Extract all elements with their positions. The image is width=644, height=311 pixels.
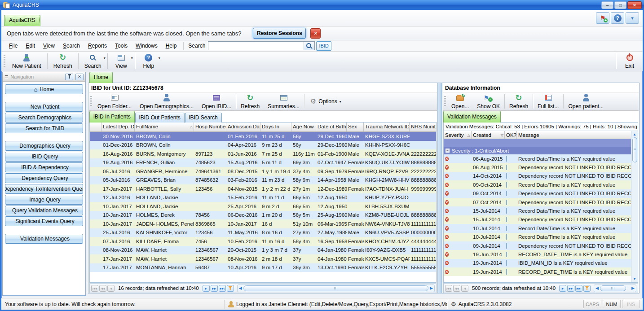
validation-row[interactable]: 19-Jun-2014 RECORD_DATE_TIME is a KEY re… (444, 267, 638, 276)
vertical-scrollbar[interactable]: ▲ ▼ (631, 131, 638, 282)
full-list-button[interactable]: Full list... (534, 92, 563, 110)
nav-button[interactable]: Query Validation Messages (5, 206, 83, 215)
open-patient-button[interactable]: Open patient... (564, 92, 608, 110)
nav-button[interactable]: Image Query (5, 195, 83, 205)
scrollbar-thumb[interactable] (600, 285, 626, 291)
dismiss-notification-button[interactable]: ✕ (310, 28, 321, 39)
table-row[interactable]: 10-Jan-2017 JADEN- HOLMES, Penel 8369865… (90, 219, 436, 228)
validation-row[interactable]: 19-Jun-2014 RECORD_DATE_TIME is a KEY re… (444, 250, 638, 258)
validation-row[interactable]: 14-Oct-2014 Dependency record NOT LINKED… (444, 172, 638, 180)
menu-item[interactable]: Tools (111, 41, 132, 50)
nav-button[interactable]: Demographics Query (5, 141, 83, 151)
help-quick-button[interactable]: ? (611, 12, 624, 24)
nav-button[interactable]: New Patient (5, 102, 83, 112)
ok-checkbox[interactable] (506, 226, 507, 231)
open-button[interactable]: ↻ Open... (447, 92, 473, 110)
maximize-button[interactable]: □ (614, 1, 626, 9)
toolbar-grip[interactable] (4, 55, 5, 67)
table-row[interactable]: 30-Nov-2016 BROWN, Colin 01-Feb-2016 11 … (90, 132, 436, 141)
table-row[interactable]: 05-Jul-2016 GRANGER, Hermione 749641361 … (90, 167, 436, 176)
scroll-down-icon[interactable]: ▼ (633, 276, 636, 282)
search-go-button[interactable] (304, 42, 314, 50)
column-header[interactable]: FullName △ (135, 123, 194, 131)
refresh-grid-button[interactable]: ↻ Refresh (237, 92, 264, 110)
view-menu-button[interactable]: View ▾ (108, 52, 134, 71)
pager-next-button[interactable]: ▶ (559, 285, 566, 292)
refresh-button[interactable]: ↻ Refresh (48, 52, 78, 71)
exit-button[interactable]: Exit (617, 52, 643, 71)
table-row[interactable]: 10-Jan-2017 HOLMES, Derek 78456 06-Dec-2… (90, 211, 436, 220)
table-row[interactable]: 16-Aug-2016 BURNS, Montgomery 897123 01-… (90, 149, 436, 158)
show-ok-button[interactable]: ⚑✓ Show OK (473, 92, 504, 110)
ok-checkbox[interactable] (506, 217, 507, 222)
close-panel-button[interactable]: ✕ (75, 74, 84, 80)
column-header[interactable]: Admission Date (226, 123, 260, 131)
pager-next-button[interactable]: ▶ (203, 285, 210, 292)
ok-checkbox[interactable] (506, 260, 507, 266)
filter-button[interactable] (227, 285, 234, 292)
horizontal-scrollbar[interactable]: ◀ ▶ (237, 285, 435, 292)
ok-checkbox[interactable] (506, 191, 507, 196)
nav-button[interactable]: Dependency Query (5, 173, 83, 183)
nav-button[interactable]: iBID Query (5, 152, 83, 162)
menu-item[interactable]: Help (162, 41, 181, 50)
ok-checkbox[interactable] (506, 165, 507, 170)
scrollbar-thumb[interactable] (632, 137, 637, 162)
nav-button[interactable]: Search for TNID (5, 123, 83, 133)
table-row[interactable]: 01-Dec-2016 BROWN, Colin 04-Apr-2016 9 m… (90, 141, 436, 150)
table-row[interactable]: 19-Aug-2016 FRENCH, Gillian 7485623 15-A… (90, 158, 436, 167)
collapse-icon[interactable]: − (446, 149, 450, 153)
table-row[interactable]: 08-Nov-2016 MAW, Harriet 12346567 20-Oct… (90, 246, 436, 255)
column-header[interactable]: Message (517, 131, 638, 139)
ok-checkbox[interactable] (506, 173, 507, 179)
ok-checkbox[interactable] (506, 252, 507, 257)
toolbar-grip[interactable] (444, 96, 446, 107)
nav-button[interactable]: Dependency Tx/Intervention Query (5, 184, 83, 194)
validation-row[interactable]: 09-Oct-2014 Record Date/Time is a KEY re… (444, 180, 638, 189)
search-menu-button[interactable]: Search ▾ (79, 52, 107, 71)
toolbar-grip[interactable] (90, 96, 92, 107)
close-button[interactable]: ✕ (627, 1, 642, 9)
pager-first-button[interactable]: |◀◀ (91, 285, 98, 292)
ok-checkbox[interactable] (506, 234, 507, 240)
table-row[interactable]: 17-Jan-2017 HARBOTTLE, Sally 123456 04-N… (90, 184, 436, 193)
pager-prev-page-button[interactable]: ◀◀ (453, 285, 460, 292)
open-folder-button[interactable]: Open Folder... (93, 92, 136, 110)
column-header[interactable]: Latest Dep. Date (101, 123, 135, 131)
panel-splitter[interactable] (438, 83, 442, 293)
scroll-right-icon[interactable]: ▶ (630, 286, 636, 290)
table-row[interactable]: 17-Jan-2017 MAW, Harriet 12346567 08-Nov… (90, 254, 436, 263)
summaries-button[interactable]: Summaries... (264, 92, 304, 110)
minimize-button[interactable]: – (601, 1, 613, 9)
pin-tab-button[interactable]: ⚑ + (596, 12, 609, 24)
validation-row[interactable]: 06-Aug-2015 Dependency record NOT LINKED… (444, 163, 638, 171)
menu-item[interactable]: View (39, 41, 59, 50)
validation-row[interactable]: 15-Jul-2014 Record Date/Time is a KEY re… (444, 206, 638, 215)
column-header[interactable]: Severity △ (444, 131, 472, 139)
column-header[interactable]: NHS Number (410, 123, 437, 131)
column-header[interactable]: Sex (347, 123, 364, 131)
tab-list-dropdown-button[interactable]: ▾ (626, 12, 639, 24)
table-row[interactable]: 10-Jan-2017 HOLLAND, Jackie 25-Apr-2016 … (90, 202, 436, 211)
severity-group-row[interactable]: − Severity : 1-Critical/Abort (444, 147, 638, 154)
ok-checkbox[interactable] (506, 269, 507, 275)
nav-button[interactable]: Validation Messages (5, 234, 83, 244)
validation-row[interactable]: 07-Oct-2014 Dependency record NOT LINKED… (444, 198, 638, 206)
pager-last-button[interactable]: ▶▶| (219, 285, 226, 292)
menu-item[interactable]: Search (59, 41, 84, 50)
ok-checkbox[interactable] (506, 208, 507, 214)
horizontal-scrollbar[interactable]: ◀ ▶ (594, 285, 636, 292)
ok-checkbox[interactable] (506, 156, 507, 162)
scroll-left-icon[interactable]: ◀ (594, 286, 600, 290)
nav-button[interactable]: ⌂ Home (5, 84, 83, 94)
pager-prev-page-button[interactable]: ◀◀ (99, 285, 106, 292)
validation-row[interactable]: 10-Jul-2014 Record Date/Time is a KEY re… (444, 224, 638, 232)
ok-checkbox[interactable] (506, 200, 507, 205)
open-demographics-button[interactable]: Open Demographics... (136, 92, 198, 110)
menu-item[interactable]: Windows (132, 41, 162, 50)
validation-row[interactable]: 09-Oct-2014 Dependency record NOT LINKED… (444, 189, 638, 198)
column-header[interactable]: Trauma Network ID (364, 123, 410, 131)
restore-sessions-button[interactable]: Restore Sessions (253, 28, 306, 39)
help-menu-button[interactable]: ? Help ▾ (136, 52, 162, 71)
nav-button[interactable]: Search Demographics (5, 113, 83, 123)
